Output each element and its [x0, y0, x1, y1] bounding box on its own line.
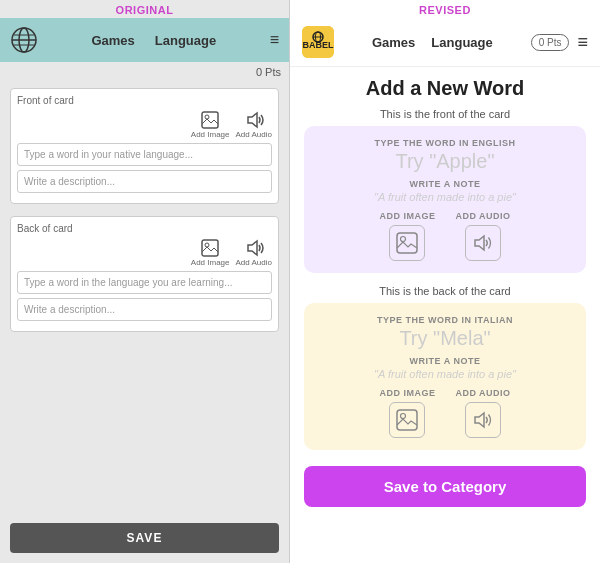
original-front-label: Front of card — [17, 95, 272, 106]
revised-front-image-item[interactable]: ADD IMAGE — [379, 211, 435, 261]
revised-back-field-label: TYPE THE WORD IN ITALIAN — [316, 315, 574, 325]
audio-icon — [244, 110, 264, 130]
revised-back-media-row: ADD IMAGE ADD AUDIO — [316, 388, 574, 438]
original-back-add-image-label: Add Image — [191, 258, 230, 267]
original-panel: ORIGINAL Games Language ≡ 0 Pts Front of… — [0, 0, 290, 563]
revised-panel: REVISED BABEL Games Language 0 Pts ≡ Add… — [290, 0, 600, 563]
original-back-audio-box[interactable]: Add Audio — [236, 238, 272, 267]
original-back-learning-input[interactable]: Type a word in the language you are lear… — [17, 271, 272, 294]
original-header: Games Language ≡ — [0, 18, 289, 62]
save-to-category-button[interactable]: Save to Category — [304, 466, 586, 507]
svg-point-20 — [401, 414, 406, 419]
revised-back-note-input[interactable]: "A fruit often made into a pie" — [316, 368, 574, 380]
audio-icon — [472, 232, 494, 254]
original-pts: 0 Pts — [0, 62, 289, 82]
babel-logo: BABEL — [302, 26, 334, 58]
original-back-media: Add Image Add Audio — [17, 238, 272, 267]
original-games-nav[interactable]: Games — [91, 33, 134, 48]
original-back-image-box[interactable]: Add Image — [191, 238, 230, 267]
original-menu-icon[interactable]: ≡ — [270, 31, 279, 49]
revised-header: BABEL Games Language 0 Pts ≡ — [290, 18, 600, 67]
original-nav: Games Language — [46, 33, 262, 48]
revised-body: Add a New Word This is the front of the … — [290, 67, 600, 563]
original-front-media: Add Image Add Audio — [17, 110, 272, 139]
original-front-audio-box[interactable]: Add Audio — [236, 110, 272, 139]
svg-rect-16 — [397, 233, 417, 253]
original-front-card: Front of card Add Image Add Audio Type a — [10, 88, 279, 204]
revised-back-audio-item[interactable]: ADD AUDIO — [455, 388, 510, 438]
babel-logo-icon: BABEL — [302, 26, 334, 58]
svg-marker-18 — [475, 236, 484, 250]
revised-front-card: TYPE THE WORD IN ENGLISH Try "Apple" WRI… — [304, 126, 586, 273]
original-label: ORIGINAL — [0, 0, 289, 18]
revised-front-section-label: This is the front of the card — [304, 108, 586, 120]
audio-icon — [244, 238, 264, 258]
revised-back-image-icon-box[interactable] — [389, 402, 425, 438]
revised-games-nav[interactable]: Games — [372, 35, 415, 50]
revised-back-section-label: This is the back of the card — [304, 285, 586, 297]
original-back-card: Back of card Add Image Add Audio Type a — [10, 216, 279, 332]
revised-front-audio-icon-box[interactable] — [465, 225, 501, 261]
svg-rect-19 — [397, 410, 417, 430]
revised-label: REVISED — [290, 0, 600, 18]
revised-front-field-label: TYPE THE WORD IN ENGLISH — [316, 138, 574, 148]
svg-marker-7 — [248, 113, 257, 127]
revised-language-nav[interactable]: Language — [431, 35, 492, 50]
revised-front-add-audio-label: ADD AUDIO — [455, 211, 510, 221]
image-icon — [396, 409, 418, 431]
revised-front-note-label: WRITE A NOTE — [316, 179, 574, 189]
image-icon — [200, 238, 220, 258]
globe-icon — [10, 26, 38, 54]
original-back-add-audio-label: Add Audio — [236, 258, 272, 267]
original-back-label: Back of card — [17, 223, 272, 234]
image-icon — [396, 232, 418, 254]
revised-front-audio-item[interactable]: ADD AUDIO — [455, 211, 510, 261]
original-front-image-box[interactable]: Add Image — [191, 110, 230, 139]
original-front-native-input[interactable]: Type a word in your native language... — [17, 143, 272, 166]
revised-back-note-label: WRITE A NOTE — [316, 356, 574, 366]
revised-back-image-item[interactable]: ADD IMAGE — [379, 388, 435, 438]
revised-pts-badge: 0 Pts — [531, 34, 570, 51]
revised-back-add-audio-label: ADD AUDIO — [455, 388, 510, 398]
revised-front-note-input[interactable]: "A fruit often made into a pie" — [316, 191, 574, 203]
revised-front-word-input[interactable]: Try "Apple" — [316, 150, 574, 173]
revised-back-add-image-label: ADD IMAGE — [379, 388, 435, 398]
revised-front-image-icon-box[interactable] — [389, 225, 425, 261]
svg-marker-10 — [248, 241, 257, 255]
revised-back-card: TYPE THE WORD IN ITALIAN Try "Mela" WRIT… — [304, 303, 586, 450]
original-front-add-audio-label: Add Audio — [236, 130, 272, 139]
revised-front-add-image-label: ADD IMAGE — [379, 211, 435, 221]
svg-point-17 — [401, 237, 406, 242]
revised-menu-icon[interactable]: ≡ — [577, 32, 588, 53]
revised-nav: Games Language — [342, 35, 523, 50]
original-save-button[interactable]: SAVE — [10, 523, 279, 553]
original-front-add-image-label: Add Image — [191, 130, 230, 139]
revised-back-word-input[interactable]: Try "Mela" — [316, 327, 574, 350]
original-back-description-input[interactable]: Write a description... — [17, 298, 272, 321]
svg-rect-8 — [202, 240, 218, 256]
original-front-description-input[interactable]: Write a description... — [17, 170, 272, 193]
revised-title: Add a New Word — [304, 77, 586, 100]
original-language-nav[interactable]: Language — [155, 33, 216, 48]
image-icon — [200, 110, 220, 130]
audio-icon — [472, 409, 494, 431]
revised-back-audio-icon-box[interactable] — [465, 402, 501, 438]
svg-rect-5 — [202, 112, 218, 128]
svg-marker-21 — [475, 413, 484, 427]
revised-front-media-row: ADD IMAGE ADD AUDIO — [316, 211, 574, 261]
